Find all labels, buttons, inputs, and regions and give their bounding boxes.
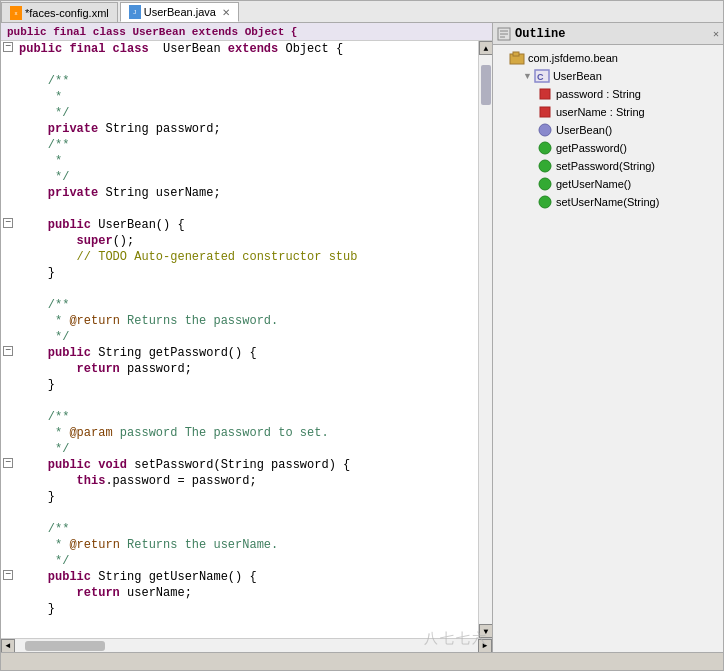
code-text-32: * @return Returns the userName. xyxy=(15,537,478,553)
code-line-35: return userName; xyxy=(1,585,478,601)
outline-item-package[interactable]: com.jsfdemo.bean xyxy=(493,49,723,67)
code-text-11 xyxy=(15,201,478,217)
fold-gutter-34[interactable]: − xyxy=(1,569,15,580)
outline-item-field-password[interactable]: password : String xyxy=(493,85,723,103)
code-lines: − public final class UserBean extends Ob… xyxy=(1,41,478,617)
code-line-7: /** xyxy=(1,137,478,153)
code-line-12: − public UserBean() { xyxy=(1,217,478,233)
code-line-22: } xyxy=(1,377,478,393)
outline-panel-icon xyxy=(497,27,511,41)
tab-close-button[interactable]: ✕ xyxy=(222,7,230,18)
code-text-10: private String userName; xyxy=(15,185,478,201)
java-file-icon: J xyxy=(129,5,141,19)
code-text-26: */ xyxy=(15,441,478,457)
code-line-6: private String password; xyxy=(1,121,478,137)
code-text-1: public final class UserBean extends Obje… xyxy=(15,41,478,57)
code-text-33: */ xyxy=(15,553,478,569)
fold-gutter-20[interactable]: − xyxy=(1,345,15,356)
code-text-20: public String getPassword() { xyxy=(15,345,478,361)
code-text-21: return password; xyxy=(15,361,478,377)
fold-icon-34[interactable]: − xyxy=(3,570,13,580)
code-text-4: * xyxy=(15,89,478,105)
field-password-label: password : String xyxy=(556,86,641,102)
code-text-13: super(); xyxy=(15,233,478,249)
package-icon xyxy=(509,50,525,66)
fold-icon-1[interactable]: − xyxy=(3,42,13,52)
scroll-thumb xyxy=(481,65,491,105)
outline-item-field-username[interactable]: userName : String xyxy=(493,103,723,121)
svg-rect-8 xyxy=(540,89,550,99)
code-line-1: − public final class UserBean extends Ob… xyxy=(1,41,478,57)
code-text-24: /** xyxy=(15,409,478,425)
breadcrumb-text: public final class UserBean extends Obje… xyxy=(7,26,297,38)
outline-tab-bar: Outline ✕ xyxy=(493,23,723,45)
code-line-2 xyxy=(1,57,478,73)
code-line-17: /** xyxy=(1,297,478,313)
method-getpassword-icon xyxy=(537,140,553,156)
code-line-14: // TODO Auto-generated constructor stub xyxy=(1,249,478,265)
fold-icon-27[interactable]: − xyxy=(3,458,13,468)
method-getpassword-label: getPassword() xyxy=(556,140,627,156)
outline-item-method-setusername[interactable]: setUserName(String) xyxy=(493,193,723,211)
method-setpassword-icon xyxy=(537,158,553,174)
tab-userbean[interactable]: J UserBean.java ✕ xyxy=(120,2,239,22)
code-text-28: this.password = password; xyxy=(15,473,478,489)
editor-wrapper: − public final class UserBean extends Ob… xyxy=(1,41,492,638)
outline-item-method-setpassword[interactable]: setPassword(String) xyxy=(493,157,723,175)
horizontal-scrollbar[interactable]: ◄ ► xyxy=(1,638,492,652)
code-text-23 xyxy=(15,393,478,409)
tab-label-faces-config: *faces-config.xml xyxy=(25,7,109,19)
code-line-29: } xyxy=(1,489,478,505)
field-username-icon xyxy=(537,104,553,120)
code-text-36: } xyxy=(15,601,478,617)
code-line-16 xyxy=(1,281,478,297)
method-setusername-icon xyxy=(537,194,553,210)
code-text-25: * @param password The password to set. xyxy=(15,425,478,441)
code-text-30 xyxy=(15,505,478,521)
scroll-left-arrow[interactable]: ◄ xyxy=(1,639,15,653)
class-icon: C xyxy=(534,68,550,84)
code-editor[interactable]: − public final class UserBean extends Ob… xyxy=(1,41,478,638)
code-text-27: public void setPassword(String password)… xyxy=(15,457,478,473)
fold-gutter-12[interactable]: − xyxy=(1,217,15,228)
outline-item-method-getusername[interactable]: getUserName() xyxy=(493,175,723,193)
fold-gutter-1[interactable]: − xyxy=(1,41,15,52)
svg-point-10 xyxy=(539,124,551,136)
class-expand-icon[interactable]: ▼ xyxy=(523,68,532,84)
code-line-15: } xyxy=(1,265,478,281)
tab-faces-config[interactable]: x *faces-config.xml xyxy=(1,2,118,22)
code-text-17: /** xyxy=(15,297,478,313)
code-text-5: */ xyxy=(15,105,478,121)
method-getusername-label: getUserName() xyxy=(556,176,631,192)
constructor-label: UserBean() xyxy=(556,122,612,138)
method-getusername-icon xyxy=(537,176,553,192)
fold-icon-12[interactable]: − xyxy=(3,218,13,228)
constructor-icon xyxy=(537,122,553,138)
fold-gutter-27[interactable]: − xyxy=(1,457,15,468)
code-line-24: /** xyxy=(1,409,478,425)
tab-label-userbean: UserBean.java xyxy=(144,6,216,18)
code-line-34: − public String getUserName() { xyxy=(1,569,478,585)
code-text-9: */ xyxy=(15,169,478,185)
status-bar xyxy=(1,652,723,670)
code-text-7: /** xyxy=(15,137,478,153)
svg-point-11 xyxy=(539,142,551,154)
code-text-34: public String getUserName() { xyxy=(15,569,478,585)
code-line-3: /** xyxy=(1,73,478,89)
code-line-26: */ xyxy=(1,441,478,457)
code-line-36: } xyxy=(1,601,478,617)
scroll-track[interactable] xyxy=(479,55,492,624)
outline-item-class[interactable]: ▼ C UserBean xyxy=(493,67,723,85)
fold-icon-20[interactable]: − xyxy=(3,346,13,356)
code-text-31: /** xyxy=(15,521,478,537)
svg-rect-9 xyxy=(540,107,550,117)
outline-close-icon[interactable]: ✕ xyxy=(713,28,719,40)
outline-item-constructor[interactable]: UserBean() xyxy=(493,121,723,139)
outline-item-method-getpassword[interactable]: getPassword() xyxy=(493,139,723,157)
code-text-35: return userName; xyxy=(15,585,478,601)
code-line-30 xyxy=(1,505,478,521)
scroll-up-arrow[interactable]: ▲ xyxy=(479,41,492,55)
vertical-scrollbar[interactable]: ▲ ▼ xyxy=(478,41,492,638)
code-line-9: */ xyxy=(1,169,478,185)
code-text-22: } xyxy=(15,377,478,393)
